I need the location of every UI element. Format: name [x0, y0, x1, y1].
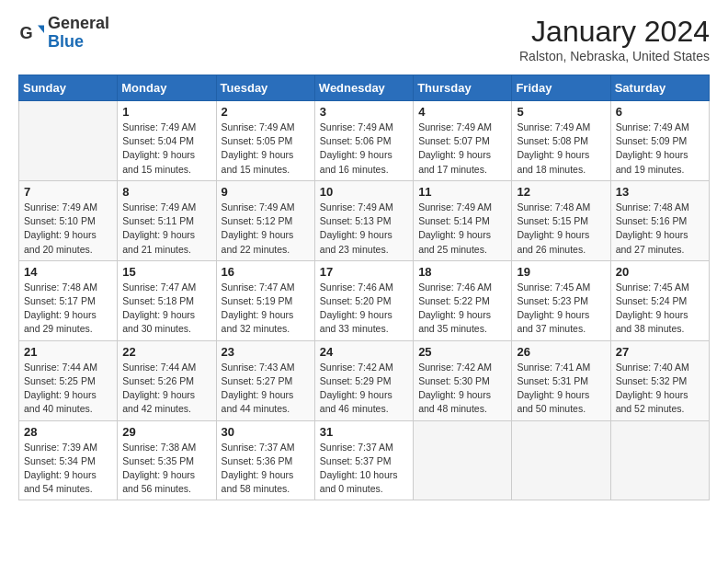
- day-detail: Sunrise: 7:41 AM Sunset: 5:31 PM Dayligh…: [517, 361, 605, 417]
- calendar-table: SundayMondayTuesdayWednesdayThursdayFrid…: [18, 75, 710, 500]
- day-detail: Sunrise: 7:37 AM Sunset: 5:36 PM Dayligh…: [222, 441, 310, 497]
- week-row-5: 28Sunrise: 7:39 AM Sunset: 5:34 PM Dayli…: [19, 420, 710, 500]
- day-detail: Sunrise: 7:49 AM Sunset: 5:04 PM Dayligh…: [122, 121, 210, 177]
- day-detail: Sunrise: 7:38 AM Sunset: 5:35 PM Dayligh…: [122, 441, 210, 497]
- calendar-cell: [19, 101, 118, 181]
- calendar-cell: 17Sunrise: 7:46 AM Sunset: 5:20 PM Dayli…: [314, 260, 413, 340]
- day-detail: Sunrise: 7:49 AM Sunset: 5:08 PM Dayligh…: [517, 121, 605, 177]
- svg-text:G: G: [19, 23, 32, 41]
- weekday-header-saturday: Saturday: [610, 75, 709, 101]
- day-detail: Sunrise: 7:49 AM Sunset: 5:10 PM Dayligh…: [24, 201, 112, 257]
- calendar-cell: 3Sunrise: 7:49 AM Sunset: 5:06 PM Daylig…: [314, 101, 413, 181]
- calendar-cell: 14Sunrise: 7:48 AM Sunset: 5:17 PM Dayli…: [19, 260, 118, 340]
- weekday-header-thursday: Thursday: [414, 75, 512, 101]
- calendar-cell: [610, 420, 709, 500]
- calendar-cell: 26Sunrise: 7:41 AM Sunset: 5:31 PM Dayli…: [512, 340, 610, 420]
- header: G General Blue January 2024 Ralston, Neb…: [18, 15, 710, 63]
- day-detail: Sunrise: 7:46 AM Sunset: 5:20 PM Dayligh…: [320, 281, 408, 337]
- day-number: 11: [418, 185, 506, 199]
- calendar-cell: 23Sunrise: 7:43 AM Sunset: 5:27 PM Dayli…: [216, 340, 314, 420]
- day-detail: Sunrise: 7:45 AM Sunset: 5:23 PM Dayligh…: [517, 281, 605, 337]
- location: Ralston, Nebraska, United States: [519, 49, 710, 63]
- day-number: 26: [517, 345, 605, 359]
- week-row-4: 21Sunrise: 7:44 AM Sunset: 5:25 PM Dayli…: [19, 340, 710, 420]
- day-detail: Sunrise: 7:48 AM Sunset: 5:17 PM Dayligh…: [24, 281, 112, 337]
- day-number: 31: [320, 425, 408, 439]
- day-number: 9: [222, 185, 310, 199]
- calendar-cell: 15Sunrise: 7:47 AM Sunset: 5:18 PM Dayli…: [118, 260, 216, 340]
- calendar-cell: 13Sunrise: 7:48 AM Sunset: 5:16 PM Dayli…: [610, 180, 709, 260]
- logo: G General Blue: [18, 15, 109, 52]
- day-detail: Sunrise: 7:39 AM Sunset: 5:34 PM Dayligh…: [24, 441, 112, 497]
- day-number: 5: [517, 105, 605, 119]
- calendar-cell: [414, 420, 512, 500]
- day-number: 6: [616, 105, 704, 119]
- week-row-2: 7Sunrise: 7:49 AM Sunset: 5:10 PM Daylig…: [19, 180, 710, 260]
- day-detail: Sunrise: 7:49 AM Sunset: 5:07 PM Dayligh…: [418, 121, 506, 177]
- day-detail: Sunrise: 7:47 AM Sunset: 5:19 PM Dayligh…: [222, 281, 310, 337]
- day-number: 15: [122, 265, 210, 279]
- weekday-header-row: SundayMondayTuesdayWednesdayThursdayFrid…: [19, 75, 710, 101]
- svg-marker-1: [38, 25, 44, 32]
- day-number: 2: [222, 105, 310, 119]
- day-number: 18: [418, 265, 506, 279]
- calendar-cell: 6Sunrise: 7:49 AM Sunset: 5:09 PM Daylig…: [610, 101, 709, 181]
- weekday-header-wednesday: Wednesday: [314, 75, 413, 101]
- day-number: 20: [616, 265, 704, 279]
- day-number: 21: [24, 345, 112, 359]
- calendar-cell: 30Sunrise: 7:37 AM Sunset: 5:36 PM Dayli…: [216, 420, 314, 500]
- day-number: 29: [122, 425, 210, 439]
- calendar-cell: 29Sunrise: 7:38 AM Sunset: 5:35 PM Dayli…: [118, 420, 216, 500]
- day-detail: Sunrise: 7:43 AM Sunset: 5:27 PM Dayligh…: [222, 361, 310, 417]
- calendar-cell: 11Sunrise: 7:49 AM Sunset: 5:14 PM Dayli…: [414, 180, 512, 260]
- day-number: 28: [24, 425, 112, 439]
- calendar-cell: 9Sunrise: 7:49 AM Sunset: 5:12 PM Daylig…: [216, 180, 314, 260]
- day-detail: Sunrise: 7:49 AM Sunset: 5:13 PM Dayligh…: [320, 201, 408, 257]
- day-detail: Sunrise: 7:49 AM Sunset: 5:06 PM Dayligh…: [320, 121, 408, 177]
- day-number: 14: [24, 265, 112, 279]
- day-number: 22: [122, 345, 210, 359]
- calendar-cell: 25Sunrise: 7:42 AM Sunset: 5:30 PM Dayli…: [414, 340, 512, 420]
- week-row-1: 1Sunrise: 7:49 AM Sunset: 5:04 PM Daylig…: [19, 101, 710, 181]
- day-detail: Sunrise: 7:46 AM Sunset: 5:22 PM Dayligh…: [418, 281, 506, 337]
- calendar-cell: 16Sunrise: 7:47 AM Sunset: 5:19 PM Dayli…: [216, 260, 314, 340]
- calendar-cell: 8Sunrise: 7:49 AM Sunset: 5:11 PM Daylig…: [118, 180, 216, 260]
- day-number: 24: [320, 345, 408, 359]
- title-area: January 2024 Ralston, Nebraska, United S…: [519, 15, 710, 63]
- calendar-cell: 27Sunrise: 7:40 AM Sunset: 5:32 PM Dayli…: [610, 340, 709, 420]
- calendar-cell: 19Sunrise: 7:45 AM Sunset: 5:23 PM Dayli…: [512, 260, 610, 340]
- day-detail: Sunrise: 7:37 AM Sunset: 5:37 PM Dayligh…: [320, 441, 408, 497]
- day-number: 25: [418, 345, 506, 359]
- day-number: 8: [122, 185, 210, 199]
- calendar-cell: 5Sunrise: 7:49 AM Sunset: 5:08 PM Daylig…: [512, 101, 610, 181]
- calendar-cell: 2Sunrise: 7:49 AM Sunset: 5:05 PM Daylig…: [216, 101, 314, 181]
- month-title: January 2024: [519, 15, 710, 49]
- weekday-header-sunday: Sunday: [19, 75, 118, 101]
- calendar-cell: 7Sunrise: 7:49 AM Sunset: 5:10 PM Daylig…: [19, 180, 118, 260]
- day-detail: Sunrise: 7:48 AM Sunset: 5:16 PM Dayligh…: [616, 201, 704, 257]
- day-number: 13: [616, 185, 704, 199]
- calendar-cell: 24Sunrise: 7:42 AM Sunset: 5:29 PM Dayli…: [314, 340, 413, 420]
- calendar-cell: 31Sunrise: 7:37 AM Sunset: 5:37 PM Dayli…: [314, 420, 413, 500]
- day-number: 4: [418, 105, 506, 119]
- logo-text: General Blue: [48, 15, 109, 52]
- logo-line2: Blue: [48, 33, 109, 52]
- day-number: 1: [122, 105, 210, 119]
- calendar-cell: 12Sunrise: 7:48 AM Sunset: 5:15 PM Dayli…: [512, 180, 610, 260]
- calendar-cell: 4Sunrise: 7:49 AM Sunset: 5:07 PM Daylig…: [414, 101, 512, 181]
- calendar-cell: 18Sunrise: 7:46 AM Sunset: 5:22 PM Dayli…: [414, 260, 512, 340]
- weekday-header-monday: Monday: [118, 75, 216, 101]
- day-number: 17: [320, 265, 408, 279]
- weekday-header-tuesday: Tuesday: [216, 75, 314, 101]
- calendar-cell: [512, 420, 610, 500]
- day-number: 3: [320, 105, 408, 119]
- calendar-cell: 10Sunrise: 7:49 AM Sunset: 5:13 PM Dayli…: [314, 180, 413, 260]
- day-detail: Sunrise: 7:42 AM Sunset: 5:30 PM Dayligh…: [418, 361, 506, 417]
- logo-line1: General: [48, 15, 109, 33]
- day-detail: Sunrise: 7:45 AM Sunset: 5:24 PM Dayligh…: [616, 281, 704, 337]
- day-detail: Sunrise: 7:49 AM Sunset: 5:14 PM Dayligh…: [418, 201, 506, 257]
- day-detail: Sunrise: 7:40 AM Sunset: 5:32 PM Dayligh…: [616, 361, 704, 417]
- day-number: 7: [24, 185, 112, 199]
- day-number: 16: [222, 265, 310, 279]
- day-detail: Sunrise: 7:49 AM Sunset: 5:05 PM Dayligh…: [222, 121, 310, 177]
